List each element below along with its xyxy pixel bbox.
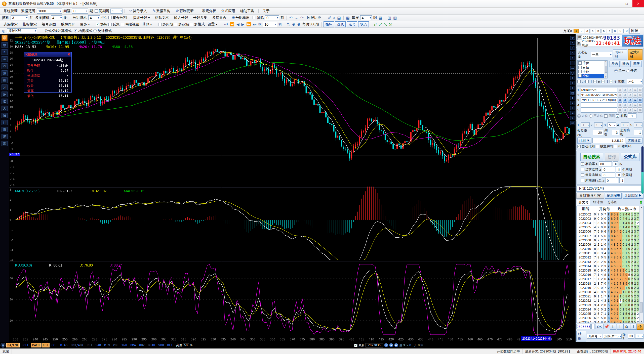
multi-period-checkbox-box[interactable] — [158, 23, 162, 26]
nav-prev-button[interactable]: ◀ — [389, 343, 393, 347]
indicator-tab-W&R[interactable]: W&R — [120, 343, 129, 347]
table-row[interactable]: 2023021911794971680523 — [577, 294, 639, 299]
outnum-combo[interactable]: >=1▾ — [627, 79, 642, 84]
formula-录-button[interactable]: 录 — [618, 98, 622, 103]
scheme-button-5[interactable]: 5 — [596, 29, 601, 33]
forward-icon[interactable]: ▶ — [241, 22, 245, 27]
draw-tool-icon-1[interactable]: ✛ — [570, 36, 575, 40]
position-item-千位[interactable]: 千位 — [578, 61, 607, 65]
maximize-button[interactable]: □ — [621, 0, 632, 7]
draw-tool-icon-7[interactable]: ▭ — [570, 66, 575, 70]
position-item-十位[interactable]: 十位 — [578, 69, 607, 74]
draw-tool-icon-3[interactable]: ╱ — [570, 46, 575, 50]
scheme-same-screen-button[interactable]: 同屏 — [629, 28, 640, 34]
formula-导-button[interactable]: 导 — [638, 93, 642, 98]
multi-base-button[interactable]: 多底集合 — [210, 15, 228, 21]
indicator-tab-DMA[interactable]: DMA — [129, 343, 137, 347]
draw-history-table[interactable]: 期号 开奖号 热→温→冷 202300207077859034612720230… — [576, 206, 643, 323]
yield-input[interactable]: 20 — [593, 130, 603, 135]
digit-arrow-icon[interactable]: ▾ — [601, 124, 602, 126]
criteria-box[interactable] — [581, 179, 584, 182]
filter-combo[interactable]: 0▾ — [265, 15, 279, 20]
indicator-tab-MA/EMA[interactable]: MA/EMA — [6, 343, 20, 347]
table-scrollbar-thumb[interactable] — [640, 302, 643, 313]
multi-random-combo[interactable]: 4▾ — [51, 15, 62, 20]
criteria-spinner[interactable]: ⇕ — [616, 167, 621, 172]
convert-combo-1[interactable]: 开奖号▾ — [587, 334, 602, 339]
criteria-box[interactable] — [581, 173, 584, 177]
group-random-combo-arrow-icon[interactable]: ▾ — [98, 16, 99, 19]
indicator-tab-BEI[interactable]: BEI — [166, 343, 174, 347]
view-tab-分布图[interactable]: 分布图 — [606, 200, 619, 205]
input-numbers-button[interactable]: 输入号码 — [172, 15, 190, 21]
indicator-tab-VOL[interactable]: VOL — [112, 343, 120, 347]
position-checkbox[interactable] — [578, 66, 582, 69]
number-kline-button[interactable]: 号码K线 — [613, 49, 627, 60]
formula-清-button[interactable]: 清 — [628, 103, 632, 108]
table-row[interactable]: 2023008972278459016237 — [577, 238, 639, 242]
pos-button-万[interactable]: 万 — [610, 324, 616, 330]
table-row[interactable]: 2023002070778590346127 — [577, 212, 639, 216]
criteria-checkbox-2[interactable]: 当前连对 — [581, 167, 598, 172]
formula-录-button[interactable]: 录 — [618, 93, 622, 98]
menu-analysis[interactable]: 常规分析 — [200, 8, 218, 14]
digit-arrow-icon[interactable]: ▾ — [627, 124, 628, 126]
pane-height-input[interactable]: 50 — [183, 343, 189, 347]
draw-tool-icon-17[interactable]: ✎ — [570, 116, 575, 120]
exit-icon[interactable]: ⎋ — [388, 22, 392, 27]
draw-tool-icon-15[interactable]: ⊥ — [570, 106, 575, 110]
close-button[interactable]: ✕ — [632, 0, 644, 7]
random-combo-arrow-icon[interactable]: ▾ — [26, 16, 27, 19]
left-tool-icon-7[interactable]: 分 — [2, 84, 8, 90]
radio-single[interactable]: 单一 — [614, 68, 625, 73]
omission-search-button[interactable]: 遗漏搜索 — [2, 22, 20, 27]
formula-input-2[interactable]: 91.68082-WSG+WQBS/HZ*POW — [581, 93, 617, 98]
scheme-button-4[interactable]: 4 — [590, 29, 595, 33]
data-rebuild-button[interactable]: ✎数据重构 — [150, 8, 173, 14]
criteria-box[interactable]: ✓ — [581, 162, 584, 166]
more-button[interactable]: 更多 ▾ — [78, 22, 92, 27]
swap-icon[interactable]: ⇔ — [294, 16, 299, 20]
toggle-pick[interactable]: 选号 — [347, 21, 357, 27]
group-pick-button[interactable]: 组号选图 — [40, 22, 58, 27]
draw-tool-icon-16[interactable]: ※ — [570, 111, 575, 115]
pos-button-百[interactable]: 百 — [623, 324, 630, 330]
step-combo[interactable]: 10▾ — [263, 22, 277, 27]
zoom-out-icon[interactable]: ⊖ — [297, 22, 301, 27]
indicator-search-button[interactable]: 指标搜索 — [21, 22, 39, 27]
indicator-tab-RSI[interactable]: RSI — [86, 343, 94, 347]
settings-button[interactable]: 设置 ▾ — [206, 22, 220, 27]
tail-combo[interactable]: 1▾ — [110, 9, 123, 14]
digit-combo-2.[interactable]: 1▾ — [594, 122, 603, 127]
number-input[interactable] — [591, 324, 595, 329]
left-tool-icon-11[interactable]: 底 — [2, 113, 8, 118]
digit-arrow-icon[interactable]: ▾ — [614, 124, 615, 126]
position-checkbox[interactable] — [578, 74, 582, 77]
left-tool-icon-1[interactable]: 频 — [2, 42, 8, 48]
formula-随-button[interactable]: 随 — [623, 98, 627, 103]
formula-input-5[interactable] — [581, 108, 617, 113]
formula-kline-button[interactable]: 公式K线 — [628, 49, 642, 60]
invert-set-button[interactable]: 号码反集 — [191, 15, 209, 21]
radio-unfixed[interactable]: 不定位 — [589, 114, 603, 118]
left-tool-icon-15[interactable]: 追 — [2, 141, 8, 146]
indicator-tab-DMI/ADX[interactable]: DMI/ADX — [69, 343, 85, 347]
个-box[interactable]: ✓ — [610, 80, 613, 83]
multi-mode-checkbox[interactable]: 多模式 — [190, 22, 205, 27]
split-v-icon[interactable]: ◫ — [387, 16, 392, 20]
digit-combo-5.[interactable]: 1▾ — [634, 122, 642, 127]
table-row[interactable]: 2023018237044167890523 — [577, 281, 639, 286]
position-checkbox[interactable] — [578, 61, 582, 65]
position-list[interactable]: 千位百位十位个位 ▲▼ — [577, 60, 608, 78]
table-row[interactable]: 2023019790794967810523 — [577, 286, 639, 290]
scheme-button-9[interactable]: 9 — [618, 29, 623, 33]
criteria-spinner[interactable]: ⇕ — [613, 161, 618, 166]
fast-back-icon[interactable]: ⏪ — [229, 22, 235, 27]
tail-combo-arrow-icon[interactable]: ▾ — [120, 10, 122, 12]
table-row[interactable]: 2023013282944689015237 — [577, 260, 639, 264]
pin-icon[interactable]: 📌 — [604, 324, 609, 329]
plan-button[interactable]: 计划 ▼ — [577, 138, 591, 144]
formula-随-button[interactable]: 随 — [623, 103, 627, 108]
draw-tool-icon-13[interactable]: ✚ — [570, 96, 575, 100]
draw-tool-icon-10[interactable]: 王 — [570, 81, 575, 85]
